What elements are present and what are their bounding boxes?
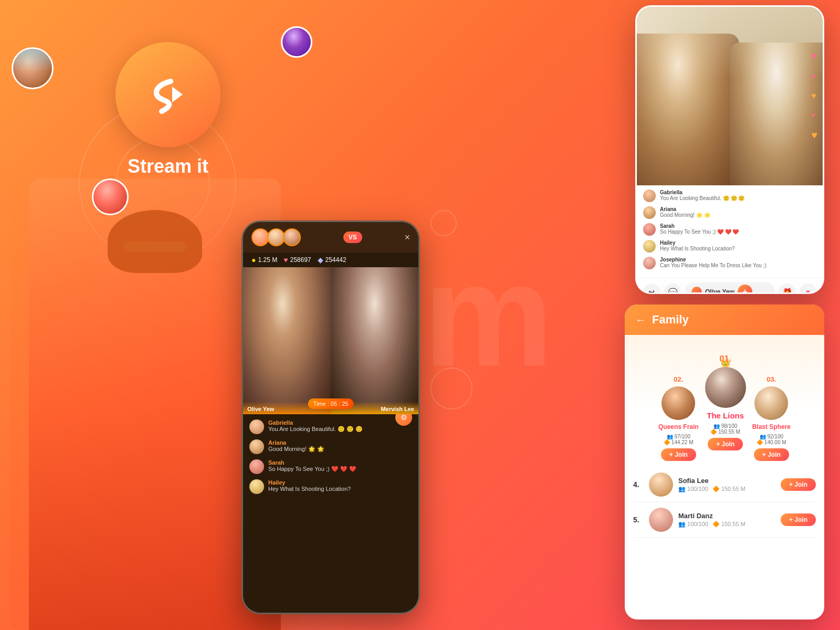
podium-avatar-1 — [705, 367, 746, 408]
podium-stats-2: 👥 97/100 🔶 144.22 M — [664, 434, 693, 445]
floating-avatar-2 — [92, 178, 129, 215]
list-name-5: Marti Danz — [678, 512, 775, 520]
hearts-stat: ♥ 258697 — [284, 256, 311, 264]
diamonds-stat: ◆ 254442 — [318, 256, 346, 264]
live-name-4: Hailey — [660, 240, 735, 246]
app-name: Stream Stream itit — [128, 155, 208, 177]
podium-rank-2: 02. — [674, 375, 683, 383]
live-name-3: Sarah — [660, 223, 739, 229]
heart-button[interactable]: ♥ — [800, 284, 816, 294]
live-msg-1: Gabriella You Are Looking Beautiful. 🙂 🙂… — [643, 190, 816, 202]
list-stats-5: 👥 100/100 🔶 150.55 M — [678, 521, 775, 528]
live-phone: ♥ ♥ ♥ ♥ ♥ Gabriella You Are Looking Beau… — [635, 5, 824, 294]
gift-button[interactable]: 🎁 — [779, 284, 795, 294]
chat-msg-2: Ariana Good Morning! 🌟 🌟 — [249, 439, 412, 454]
live-msg-text-1: You Are Looking Beautiful. 🙂 🙂 🙂 — [660, 195, 744, 201]
live-avatar-3 — [643, 223, 656, 236]
podium-name-1: The Lions — [707, 411, 744, 420]
chat-name-2: Ariana — [268, 439, 324, 446]
family-back-button[interactable]: ← — [635, 314, 646, 326]
live-msg-text-4: Hey What Is Shooting Location? — [660, 246, 735, 251]
live-content-1: Gabriella You Are Looking Beautiful. 🙂 🙂… — [660, 190, 744, 201]
chat-avatar-2 — [249, 439, 264, 454]
battle-chat-area: Gabriella You Are Looking Beautiful. 🙂 🙂… — [243, 414, 418, 505]
live-name-5: Josephine — [660, 257, 766, 262]
chat-message-1: You Are Looking Beautiful. 🙂 🙂 🙂 — [268, 426, 363, 433]
chat-message-2: Good Morning! 🌟 🌟 — [268, 446, 324, 453]
podium-avatar-3 — [754, 386, 788, 420]
floating-avatar-3 — [281, 26, 312, 58]
share-button[interactable]: ↩ — [643, 284, 660, 294]
chat-msg-1: Gabriella You Are Looking Beautiful. 🙂 🙂… — [249, 419, 412, 434]
list-stats-4: 👥 100/100 🔶 150.55 M — [678, 486, 775, 492]
live-avatar-4 — [643, 240, 656, 253]
join-button-2[interactable]: + Join — [661, 448, 696, 461]
battle-header: VS × — [243, 222, 418, 253]
chat-avatar-4 — [249, 479, 264, 494]
podium-item-2: 02. Queens Frain 👥 97/100 🔶 144.22 M + J… — [658, 375, 699, 461]
live-msg-4: Hailey Hey What Is Shooting Location? — [643, 240, 816, 253]
comment-button[interactable]: 💬 — [664, 284, 681, 294]
list-rank-5: 5. — [633, 516, 644, 524]
left-section: Stream Stream itit — [0, 0, 452, 630]
podium-area: 02. Queens Frain 👥 97/100 🔶 144.22 M + J… — [625, 335, 824, 461]
join-button-1[interactable]: + Join — [708, 438, 743, 450]
logo-circle — [116, 42, 220, 147]
list-info-4: Sofia Lee 👥 100/100 🔶 150.55 M — [678, 477, 775, 492]
chat-message-4: Hey What Is Shooting Location? — [268, 486, 351, 492]
live-msg-2: Ariana Good Morning! 🌟 🌟 — [643, 206, 816, 219]
family-header: ← Family — [625, 304, 824, 335]
chat-msg-4: Hailey Hey What Is Shooting Location? — [249, 479, 412, 494]
list-row-4: 4. Sofia Lee 👥 100/100 🔶 150.55 M + Join — [633, 467, 816, 502]
chat-name-4: Hailey — [268, 479, 351, 486]
live-content-2: Ariana Good Morning! 🌟 🌟 — [660, 206, 710, 218]
live-msg-text-3: So Happy To See You ;) ❤️ ❤️ ❤️ — [660, 229, 739, 235]
crown-icon-1: 👑 — [720, 358, 731, 368]
join-button-3[interactable]: + Join — [754, 448, 789, 461]
close-button[interactable]: × — [404, 232, 410, 243]
list-avatar-5 — [649, 508, 673, 532]
podium-rank-3: 03. — [766, 375, 776, 383]
hearts-decoration: ♥ ♥ ♥ ♥ ♥ — [811, 51, 817, 141]
podium-item-3: 03. Blast Sphere 👥 92/100 🔶 140.00 M + J… — [752, 375, 791, 461]
battle-avatar-3 — [283, 228, 301, 246]
live-msg-5: Josephine Can You Please Help Me To Dres… — [643, 257, 816, 269]
live-msg-text-2: Good Morning! 🌟 🌟 — [660, 212, 710, 218]
live-content-5: Josephine Can You Please Help Me To Dres… — [660, 257, 766, 268]
live-name-1: Gabriella — [660, 190, 744, 195]
list-avatar-4 — [649, 472, 673, 497]
live-chat-area: Gabriella You Are Looking Beautiful. 🙂 🙂… — [637, 185, 823, 278]
vs-badge: VS — [343, 232, 362, 243]
list-info-5: Marti Danz 👥 100/100 🔶 150.55 M — [678, 512, 775, 528]
family-title: Family — [652, 313, 689, 327]
chat-name-3: Sarah — [268, 459, 356, 466]
podium-item-1: 01. 👑 The Lions 👥 98/100 🔶 150.55 M + Jo… — [705, 354, 746, 450]
battle-avatar-1 — [251, 228, 269, 246]
podium-name-3: Blast Sphere — [752, 423, 791, 430]
list-rank-4: 4. — [633, 480, 644, 489]
live-content-4: Hailey Hey What Is Shooting Location? — [660, 240, 735, 251]
chat-content-3: Sarah So Happy To See You ;) ❤️ ❤️ ❤️ — [268, 459, 356, 472]
join-button-5[interactable]: + Join — [781, 513, 816, 526]
follow-plus-button[interactable]: + — [738, 285, 752, 294]
floating-avatar-1 — [12, 47, 54, 89]
live-avatar-1 — [643, 190, 656, 202]
battle-avatars-row — [251, 228, 301, 246]
current-user-label: Olive Yew — [705, 288, 734, 294]
battle-video-left: Olive Yew — [243, 267, 331, 414]
list-name-4: Sofia Lee — [678, 477, 775, 485]
logo-container: Stream Stream itit — [116, 42, 220, 177]
chat-content-2: Ariana Good Morning! 🌟 🌟 — [268, 439, 324, 453]
live-msg-3: Sarah So Happy To See You ;) ❤️ ❤️ ❤️ — [643, 223, 816, 236]
battle-timer: Time : 05 : 25 — [308, 398, 354, 409]
podium-stats-1: 👥 98/100 🔶 150.55 M — [710, 423, 740, 435]
chat-content-1: Gabriella You Are Looking Beautiful. 🙂 🙂… — [268, 419, 363, 433]
live-name-2: Ariana — [660, 206, 710, 212]
live-content-3: Sarah So Happy To See You ;) ❤️ ❤️ ❤️ — [660, 223, 739, 235]
chat-message-3: So Happy To See You ;) ❤️ ❤️ ❤️ — [268, 466, 356, 472]
live-avatar-5 — [643, 257, 656, 269]
battle-phone: VS × ● 1.25 M ♥ 258697 ◆ 254442 ⚙ Olive … — [242, 220, 420, 614]
join-button-4[interactable]: + Join — [781, 478, 816, 491]
podium-stats-3: 👥 92/100 🔶 140.00 M — [757, 434, 786, 445]
gold-stat: ● 1.25 M — [251, 256, 277, 264]
